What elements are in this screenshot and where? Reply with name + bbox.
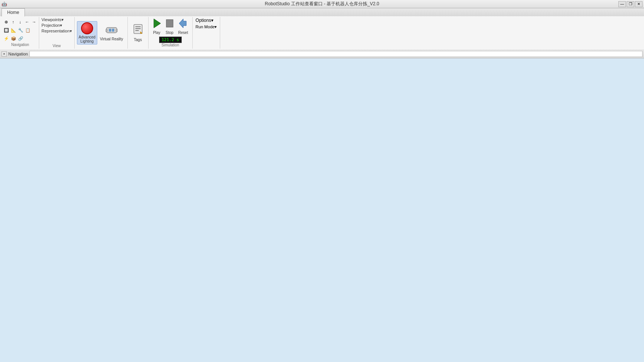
svg-rect-0 — [106, 28, 117, 33]
nav-icon-1[interactable]: ⊕ — [3, 18, 9, 25]
nav-icon-9[interactable]: 📋 — [25, 27, 31, 34]
play-icon — [152, 18, 161, 31]
tags-items: Tags — [130, 17, 146, 49]
red-circle-icon — [81, 22, 93, 34]
nav-icon-6[interactable]: 🔲 — [3, 27, 10, 34]
svg-rect-4 — [116, 29, 118, 32]
tab-home[interactable]: Home — [2, 8, 25, 17]
play-label: Play — [153, 31, 160, 35]
options-button[interactable]: Options▾ — [195, 17, 218, 24]
reset-icon — [178, 18, 189, 31]
sim-buttons: Play Stop Reset — [151, 17, 190, 36]
window-title: RobotStudio 工作站查看窗口 - 基于机器人仓库分拣_V2.0 — [265, 1, 379, 7]
tags-button[interactable]: Tags — [130, 23, 146, 43]
ribbon-tabs: Home — [0, 8, 644, 16]
svg-marker-10 — [154, 19, 161, 28]
nav-icon-4[interactable]: ← — [24, 18, 30, 25]
nav-icon-7[interactable]: 📐 — [10, 27, 17, 34]
nav-icon-8[interactable]: 🔧 — [17, 27, 24, 34]
nav-icon-2[interactable]: ↑ — [10, 18, 16, 25]
virtual-reality-label: Virtual Reality — [100, 37, 123, 41]
app-icon: 🤖 — [2, 2, 7, 7]
svg-marker-12 — [179, 19, 186, 28]
ribbon-content: ⊕ ↑ ↓ ← → 🔲 📐 🔧 📋 ⚡ 📦 🔗 Navigation Viewp… — [0, 16, 644, 49]
advanced-lighting-button[interactable]: AdvancedLighting — [77, 21, 97, 44]
play-button[interactable]: Play — [151, 17, 163, 36]
options-label: Options▾ — [196, 18, 213, 23]
lighting-items: AdvancedLighting Virtual Reality — [77, 17, 125, 49]
svg-rect-3 — [106, 29, 107, 32]
navigation-bar: × Navigation — [0, 49, 644, 58]
restore-button[interactable]: ❐ — [627, 1, 634, 7]
lighting-group: AdvancedLighting Virtual Reality — [75, 17, 128, 49]
virtual-reality-button[interactable]: Virtual Reality — [98, 23, 125, 42]
nav-icons-row2: 🔲 📐 🔧 📋 — [3, 26, 37, 34]
view-group-label: View — [41, 44, 73, 49]
viewpoints-group: Viewpoints▾ Projection▾ Representation▾ … — [39, 17, 75, 49]
nav-close-button[interactable]: × — [2, 51, 7, 57]
viewpoints-button[interactable]: Viewpoints▾ — [41, 17, 73, 23]
stop-icon — [165, 18, 174, 31]
navigation-group-label: Navigation — [3, 43, 37, 48]
minimize-button[interactable]: — — [618, 1, 626, 7]
nav-icon-5[interactable]: → — [31, 18, 37, 25]
simulation-group-label: Simulation — [151, 43, 190, 48]
projection-label: Projection▾ — [41, 23, 62, 28]
simulation-timer: 121.2 s — [159, 37, 182, 43]
run-mode-button[interactable]: Run Mode▾ — [195, 24, 218, 30]
tags-label: Tags — [134, 38, 142, 42]
navigation-section: ⊕ ↑ ↓ ← → 🔲 📐 🔧 📋 ⚡ 📦 🔗 Navigation — [2, 17, 39, 49]
projection-button[interactable]: Projection▾ — [41, 23, 73, 28]
representation-label: Representation▾ — [41, 29, 72, 34]
run-mode-label: Run Mode▾ — [196, 25, 217, 29]
svg-rect-2 — [112, 29, 114, 32]
window-controls: — ❐ ✕ — [618, 1, 642, 7]
titlebar: 🤖 RobotStudio 工作站查看窗口 - 基于机器人仓库分拣_V2.0 —… — [0, 0, 644, 8]
svg-rect-11 — [166, 20, 173, 27]
viewpoints-label: Viewpoints▾ — [41, 17, 64, 22]
reset-button[interactable]: Reset — [176, 17, 190, 36]
nav-icon-12[interactable]: 🔗 — [17, 35, 24, 42]
options-group: Options▾ Run Mode▾ — [193, 17, 221, 49]
stop-button[interactable]: Stop — [164, 17, 176, 36]
vr-icon — [106, 25, 118, 37]
simulation-group: Play Stop Reset — [149, 17, 193, 49]
nav-icons-row1: ⊕ ↑ ↓ ← → — [3, 18, 37, 26]
nav-icon-3[interactable]: ↓ — [17, 18, 23, 25]
close-button[interactable]: ✕ — [635, 1, 642, 7]
nav-icon-11[interactable]: 📦 — [10, 35, 17, 42]
nav-bar-label: Navigation — [8, 52, 28, 56]
reset-label: Reset — [178, 31, 188, 35]
stop-label: Stop — [166, 31, 173, 35]
nav-icon-10[interactable]: ⚡ — [3, 35, 10, 42]
tags-group: Tags — [128, 17, 149, 49]
svg-rect-1 — [109, 29, 111, 32]
nav-icons-row3: ⚡ 📦 🔗 — [3, 34, 37, 43]
adv-lighting-label: AdvancedLighting — [79, 35, 95, 43]
representation-button[interactable]: Representation▾ — [41, 28, 73, 34]
nav-search-input[interactable] — [29, 51, 642, 57]
tags-icon — [133, 24, 143, 38]
